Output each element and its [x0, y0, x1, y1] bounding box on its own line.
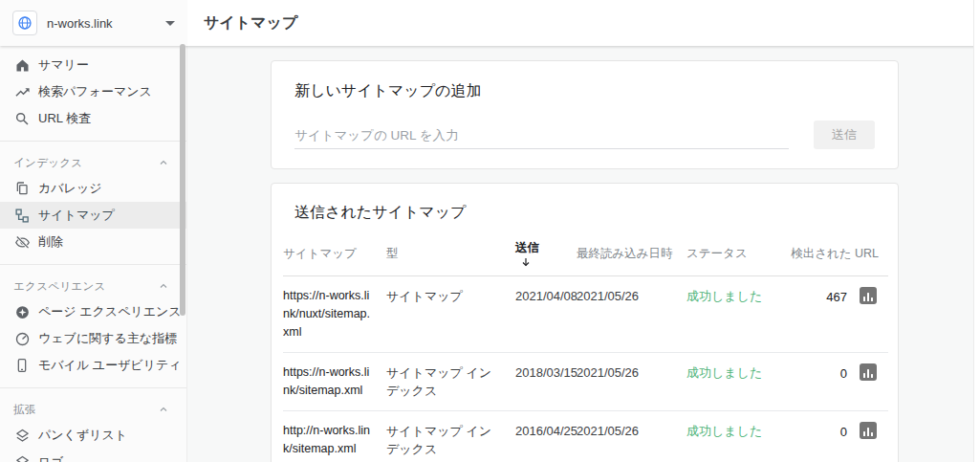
sidebar-item-mobile-usability[interactable]: モバイル ユーザビリティ — [0, 352, 186, 379]
sidebar-item-page-experience[interactable]: ページ エクスペリエンス — [0, 298, 186, 325]
sidebar-item-label: ロゴ — [38, 453, 64, 462]
filter-list-icon[interactable] — [867, 211, 871, 215]
sidebar-item-label: パンくずリスト — [38, 427, 127, 444]
bar-chart-icon[interactable] — [860, 287, 877, 304]
add-sitemap-title: 新しいサイトマップの追加 — [294, 81, 875, 101]
chevron-up-icon — [158, 280, 169, 292]
sidebar-item-label: サマリー — [38, 56, 89, 74]
sidebar-item-summary[interactable]: サマリー — [0, 52, 186, 78]
page-scrollbar[interactable] — [973, 0, 980, 462]
sidebar-item-label: 削除 — [38, 233, 63, 251]
mobile-usability-icon — [12, 358, 32, 373]
discovered-url-count: 0 — [840, 363, 847, 383]
sidebar-item-sitemaps[interactable]: サイトマップ — [0, 202, 186, 229]
submitted-date: 2016/04/25 — [515, 411, 577, 462]
sitemap-type: サイトマップ — [386, 276, 515, 353]
sidebar-item-search-performance[interactable]: 検索パフォーマンス — [0, 78, 186, 105]
globe-icon — [12, 11, 37, 35]
sitemaps-table: サイトマップ 型 送信 最終読み込み日時 ステータス 検出された URL htt… — [283, 234, 888, 462]
discovered-url-count: 0 — [840, 422, 847, 441]
col-header-submitted[interactable]: 送信 — [515, 234, 577, 276]
col-header-discovered-urls[interactable]: 検出された URL — [785, 234, 888, 276]
sidebar-item-label: モバイル ユーザビリティ — [38, 357, 182, 374]
sidebar-item-label: URL 検査 — [38, 110, 91, 127]
submitted-sitemaps-title: 送信されたサイトマップ — [294, 203, 867, 223]
divider — [0, 264, 186, 265]
sidebar-item-breadcrumbs[interactable]: パンくずリスト — [0, 422, 186, 449]
add-sitemap-card: 新しいサイトマップの追加 送信 — [271, 60, 899, 169]
arrow-down-icon — [520, 256, 532, 268]
col-header-status[interactable]: ステータス — [686, 234, 785, 276]
sidebar-scrollbar-thumb[interactable] — [180, 44, 185, 316]
submitted-date: 2018/03/15 — [515, 353, 577, 411]
sitemap-url[interactable]: https://n-works.link/nuxt/sitemap.xml — [283, 276, 386, 353]
chevron-up-icon — [158, 157, 169, 168]
last-read-date: 2021/05/26 — [577, 276, 686, 353]
last-read-date: 2021/05/26 — [577, 353, 686, 411]
sidebar-section-index[interactable]: インデックス — [0, 150, 186, 175]
col-header-last-read[interactable]: 最終読み込み日時 — [577, 234, 686, 276]
status-label: 成功しました — [686, 411, 785, 462]
sidebar-item-coverage[interactable]: カバレッジ — [0, 175, 186, 202]
table-row[interactable]: http://n-works.link/sitemap.xml サイトマップ イ… — [283, 411, 888, 462]
table-header-row: サイトマップ 型 送信 最終読み込み日時 ステータス 検出された URL — [283, 234, 888, 276]
coverage-icon — [12, 181, 32, 196]
sidebar-item-label: 検索パフォーマンス — [38, 83, 152, 100]
chevron-down-icon — [165, 21, 175, 26]
core-web-vitals-icon — [12, 331, 32, 347]
app-window: n-works.link サイトマップ サマリー 検索パフォーマンス — [0, 0, 980, 462]
main-content: 新しいサイトマップの追加 送信 送信されたサイトマップ — [187, 46, 980, 462]
bar-chart-icon[interactable] — [860, 422, 877, 439]
table-row[interactable]: https://n-works.link/sitemap.xml サイトマップ … — [283, 353, 888, 411]
sidebar-item-logo[interactable]: ロゴ — [0, 449, 186, 462]
col-header-type[interactable]: 型 — [386, 234, 515, 276]
section-title: インデックス — [13, 156, 158, 170]
sidebar-item-core-web-vitals[interactable]: ウェブに関する主な指標 — [0, 325, 186, 352]
sidebar-item-url-inspection[interactable]: URL 検査 — [0, 105, 186, 132]
sidebar-section-enhancements[interactable]: 拡張 — [0, 397, 186, 422]
discovered-url-count: 467 — [826, 287, 847, 306]
divider — [0, 141, 186, 142]
page-title: サイトマップ — [204, 13, 297, 33]
home-icon — [12, 57, 32, 74]
section-title: エクスペリエンス — [13, 279, 158, 294]
sidebar-item-label: ページ エクスペリエンス — [38, 303, 182, 320]
performance-icon — [12, 84, 32, 100]
submitted-date: 2021/04/08 — [515, 276, 577, 353]
sidebar-item-label: カバレッジ — [38, 180, 102, 197]
removals-icon — [12, 234, 32, 251]
bar-chart-icon[interactable] — [860, 363, 877, 381]
sidebar-item-label: サイトマップ — [38, 207, 115, 224]
property-selector[interactable]: n-works.link — [0, 0, 187, 46]
last-read-date: 2021/05/26 — [577, 411, 686, 462]
sitemap-url[interactable]: https://n-works.link/sitemap.xml — [283, 353, 386, 411]
status-label: 成功しました — [686, 276, 785, 353]
col-header-sitemap[interactable]: サイトマップ — [283, 234, 386, 276]
sitemap-type: サイトマップ インデックス — [386, 411, 515, 462]
sidebar-item-label: ウェブに関する主な指標 — [38, 330, 177, 347]
submit-button[interactable]: 送信 — [814, 121, 875, 149]
sidebar-item-removals[interactable]: 削除 — [0, 229, 186, 255]
layers-icon — [12, 454, 32, 462]
search-icon — [12, 111, 32, 126]
property-name: n-works.link — [47, 16, 165, 31]
sidebar: サマリー 検索パフォーマンス URL 検査 インデックス — [0, 46, 187, 462]
layers-icon — [12, 428, 32, 444]
submitted-sitemaps-card: 送信されたサイトマップ サイトマップ 型 送信 最終読み込み日時 ステー — [271, 183, 899, 462]
sitemap-type: サイトマップ インデックス — [386, 353, 515, 411]
sidebar-section-experience[interactable]: エクスペリエンス — [0, 274, 186, 298]
sitemap-url[interactable]: http://n-works.link/sitemap.xml — [283, 411, 386, 462]
divider — [0, 387, 186, 388]
top-app-bar: n-works.link サイトマップ — [0, 0, 980, 46]
chevron-up-icon — [158, 404, 169, 415]
table-row[interactable]: https://n-works.link/nuxt/sitemap.xml サイ… — [283, 276, 888, 353]
sitemap-icon — [12, 208, 32, 224]
status-label: 成功しました — [686, 353, 785, 411]
section-title: 拡張 — [13, 403, 158, 417]
sitemap-url-input[interactable] — [294, 124, 789, 149]
page-experience-icon — [12, 304, 32, 320]
